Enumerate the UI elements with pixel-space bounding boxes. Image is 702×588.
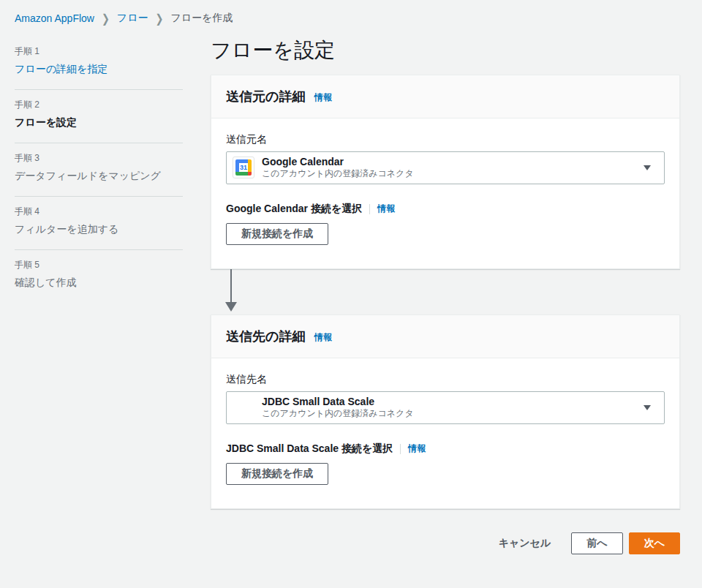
destination-card-body: 送信先名 JDBC Small Data Scale このアカウント内の登録済み…: [211, 358, 679, 508]
source-create-connection-button[interactable]: 新規接続を作成: [226, 223, 328, 245]
caret-down-icon: [644, 165, 651, 170]
source-card-header: 送信元の詳細 情報: [211, 75, 679, 118]
next-button[interactable]: 次へ: [629, 532, 680, 554]
divider: [369, 204, 370, 214]
chevron-right-icon: ❯: [156, 12, 164, 26]
destination-connection-row: JDBC Small Data Scale 接続を選択 情報: [226, 442, 665, 456]
source-details-card: 送信元の詳細 情報 送信元名 31: [211, 75, 680, 269]
wizard-step-1: 手順 1 フローの詳細を指定: [15, 37, 183, 89]
source-card-body: 送信元名 31 Google Calendar このアカウント内の登録済みコネク…: [211, 118, 679, 268]
destination-card-header: 送信先の詳細 情報: [211, 315, 679, 358]
source-name-label: 送信元名: [226, 133, 665, 146]
google-calendar-icon: 31: [233, 157, 254, 178]
step-title-current: フローを設定: [15, 116, 183, 129]
selected-option-description: このアカウント内の登録済みコネクタ: [262, 408, 644, 419]
step-title: フィルターを追加する: [15, 223, 183, 236]
source-info-link[interactable]: 情報: [314, 92, 332, 102]
source-card-title: 送信元の詳細: [226, 89, 305, 104]
step-number-label: 手順 1: [15, 45, 183, 58]
flow-direction-arrow: [211, 269, 680, 314]
source-connection-label: Google Calendar 接続を選択: [226, 203, 362, 216]
destination-create-connection-button[interactable]: 新規接続を作成: [226, 463, 328, 485]
destination-name-label: 送信先名: [226, 373, 665, 386]
wizard-actions: キャンセル 前へ 次へ: [211, 532, 680, 554]
breadcrumb-flows-link[interactable]: フロー: [117, 12, 148, 25]
source-connector-select[interactable]: 31 Google Calendar このアカウント内の登録済みコネクタ: [226, 151, 665, 184]
step-number-label: 手順 3: [15, 152, 183, 165]
connector-icon-placeholder: [233, 396, 254, 418]
arrow-down-icon: [225, 302, 237, 312]
step-title: 確認して作成: [15, 276, 183, 290]
selected-option-name: JDBC Small Data Scale: [262, 396, 644, 408]
wizard-step-4: 手順 4 フィルターを追加する: [15, 196, 183, 249]
divider: [400, 444, 401, 454]
wizard-step-5: 手順 5 確認して作成: [15, 249, 183, 303]
wizard-step-2-current: 手順 2 フローを設定: [15, 89, 183, 143]
step-number-label: 手順 5: [15, 259, 183, 271]
breadcrumb: Amazon AppFlow ❯ フロー ❯ フローを作成: [0, 0, 702, 25]
breadcrumb-appflow-link[interactable]: Amazon AppFlow: [15, 12, 94, 24]
breadcrumb-current: フローを作成: [170, 12, 233, 25]
content-layout: 手順 1 フローの詳細を指定 手順 2 フローを設定 手順 3 データフィールド…: [0, 37, 702, 554]
arrow-line: [230, 269, 232, 302]
step-title-link[interactable]: フローの詳細を指定: [15, 63, 183, 76]
source-connection-row: Google Calendar 接続を選択 情報: [226, 203, 665, 216]
step-number-label: 手順 2: [15, 99, 183, 111]
destination-card-title: 送信先の詳細: [226, 329, 305, 344]
wizard-steps-sidebar: 手順 1 フローの詳細を指定 手順 2 フローを設定 手順 3 データフィールド…: [15, 37, 183, 554]
main-content: フローを設定 送信元の詳細 情報 送信元名 31: [211, 37, 680, 554]
wizard-step-3: 手順 3 データフィールドをマッピング: [15, 143, 183, 196]
chevron-right-icon: ❯: [102, 12, 110, 26]
caret-down-icon: [644, 405, 651, 410]
google-calendar-day-number: 31: [239, 163, 248, 172]
destination-details-card: 送信先の詳細 情報 送信先名 JDBC Small Data Scale このア…: [211, 314, 680, 509]
source-connection-info-link[interactable]: 情報: [377, 203, 395, 215]
step-title: データフィールドをマッピング: [15, 170, 183, 183]
destination-connection-label: JDBC Small Data Scale 接続を選択: [226, 442, 393, 456]
destination-connection-info-link[interactable]: 情報: [408, 442, 426, 455]
appflow-wizard-page: Amazon AppFlow ❯ フロー ❯ フローを作成 手順 1 フローの詳…: [0, 0, 702, 588]
selected-option-name: Google Calendar: [262, 156, 644, 168]
cancel-button[interactable]: キャンセル: [499, 537, 551, 550]
previous-button[interactable]: 前へ: [571, 532, 622, 554]
selected-option: JDBC Small Data Scale このアカウント内の登録済みコネクタ: [262, 396, 644, 419]
destination-info-link[interactable]: 情報: [314, 332, 332, 342]
selected-option: Google Calendar このアカウント内の登録済みコネクタ: [262, 156, 644, 179]
selected-option-description: このアカウント内の登録済みコネクタ: [262, 168, 644, 179]
step-number-label: 手順 4: [15, 206, 183, 218]
page-title: フローを設定: [211, 38, 680, 63]
destination-connector-select[interactable]: JDBC Small Data Scale このアカウント内の登録済みコネクタ: [226, 391, 665, 424]
